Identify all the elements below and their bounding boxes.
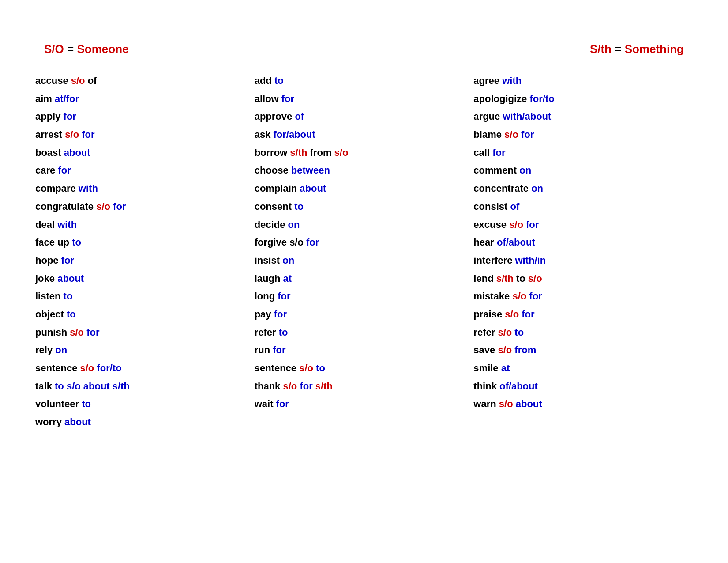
phrase-think: think of/about <box>473 378 693 396</box>
phrase-face-up: face up to <box>35 234 255 252</box>
phrase-save: save s/o from <box>473 341 693 359</box>
phrase-object: object to <box>35 306 255 324</box>
phrase-long: long for <box>255 287 474 306</box>
phrase-mistake: mistake s/o for <box>473 287 693 306</box>
sth-abbreviation: S/th = Something <box>590 42 684 56</box>
phrase-comment: comment on <box>473 162 693 180</box>
phrase-volunteer: volunteer to <box>35 395 255 413</box>
phrase-congratulate: congratulate s/o for <box>35 198 255 216</box>
phrase-accuse: accuse s/o of <box>35 72 255 90</box>
phrase-talk: talk to s/o about s/th <box>35 378 255 396</box>
sth-meaning: Something <box>625 42 684 56</box>
phrase-compare: compare with <box>35 180 255 198</box>
phrase-arrest: arrest s/o for <box>35 126 255 144</box>
phrase-apply: apply for <box>35 108 255 126</box>
phrase-interfere: interfere with/in <box>473 252 693 270</box>
phrase-insist: insist on <box>255 252 474 270</box>
phrase-worry: worry about <box>35 413 255 431</box>
phrase-allow: allow for <box>255 90 474 108</box>
phrase-refer-so: refer s/o to <box>473 324 693 342</box>
phrase-argue: argue with/about <box>473 108 693 126</box>
sth-eq: = <box>615 42 624 56</box>
so-abbreviation: S/O = Someone <box>44 42 128 56</box>
phrase-ask: ask for/about <box>255 126 474 144</box>
phrase-wait: wait for <box>255 395 474 413</box>
column-3: agree with apologigize for/to argue with… <box>473 72 693 431</box>
column-2: add to allow for approve of ask for/abou… <box>255 72 474 431</box>
phrase-run: run for <box>255 341 474 359</box>
phrase-hear: hear of/about <box>473 234 693 252</box>
phrase-approve: approve of <box>255 108 474 126</box>
phrase-borrow: borrow s/th from s/o <box>255 144 474 162</box>
phrase-choose: choose between <box>255 162 474 180</box>
phrase-listen: listen to <box>35 287 255 306</box>
phrase-consist: consist of <box>473 198 693 216</box>
phrase-concentrate: concentrate on <box>473 180 693 198</box>
abbreviations-row: S/O = Someone S/th = Something <box>35 42 693 56</box>
phrase-add: add to <box>255 72 474 90</box>
phrase-call: call for <box>473 144 693 162</box>
so-abbr-label: S/O <box>44 42 64 56</box>
phrase-praise: praise s/o for <box>473 306 693 324</box>
phrase-refer: refer to <box>255 324 474 342</box>
phrase-hope: hope for <box>35 252 255 270</box>
phrase-columns: accuse s/o of aim at/for apply for arres… <box>35 72 693 431</box>
phrase-forgive: forgive s/o for <box>255 234 474 252</box>
phrase-laugh: laugh at <box>255 270 474 288</box>
phrase-sentence2: sentence s/o to <box>255 359 474 378</box>
phrase-deal: deal with <box>35 216 255 234</box>
phrase-thank: thank s/o for s/th <box>255 378 474 396</box>
phrase-decide: decide on <box>255 216 474 234</box>
phrase-joke: joke about <box>35 270 255 288</box>
phrase-warn: warn s/o about <box>473 395 693 413</box>
phrase-excuse: excuse s/o for <box>473 216 693 234</box>
phrase-aim: aim at/for <box>35 90 255 108</box>
phrase-complain: complain about <box>255 180 474 198</box>
phrase-punish: punish s/o for <box>35 324 255 342</box>
phrase-rely: rely on <box>35 341 255 359</box>
phrase-smile: smile at <box>473 359 693 378</box>
phrase-boast: boast about <box>35 144 255 162</box>
phrase-lend: lend s/th to s/o <box>473 270 693 288</box>
phrase-apologize: apologigize for/to <box>473 90 693 108</box>
so-eq: = <box>67 42 77 56</box>
phrase-care: care for <box>35 162 255 180</box>
phrase-pay: pay for <box>255 306 474 324</box>
column-1: accuse s/o of aim at/for apply for arres… <box>35 72 255 431</box>
phrase-blame: blame s/o for <box>473 126 693 144</box>
sth-abbr-label: S/th <box>590 42 612 56</box>
so-meaning: Someone <box>77 42 128 56</box>
phrase-sentence1: sentence s/o for/to <box>35 359 255 378</box>
phrase-consent: consent to <box>255 198 474 216</box>
phrase-agree: agree with <box>473 72 693 90</box>
